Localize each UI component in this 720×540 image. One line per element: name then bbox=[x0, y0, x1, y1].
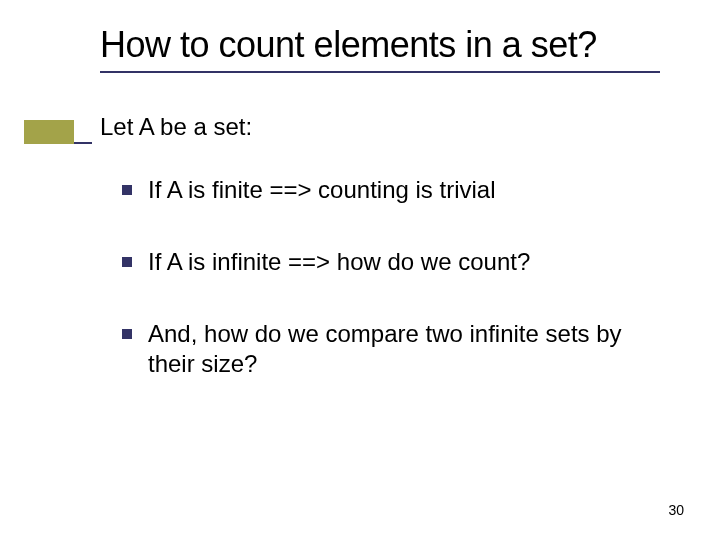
bullet-list: If A is finite ==> counting is trivial I… bbox=[122, 175, 660, 379]
square-bullet-icon bbox=[122, 329, 132, 339]
title-underline bbox=[100, 71, 660, 73]
intro-text: Let A be a set: bbox=[100, 113, 660, 141]
slide: How to count elements in a set? Let A be… bbox=[0, 0, 720, 540]
slide-title: How to count elements in a set? bbox=[100, 24, 660, 65]
bullet-text: If A is infinite ==> how do we count? bbox=[148, 247, 530, 277]
bullet-text: And, how do we compare two infinite sets… bbox=[148, 319, 660, 379]
accent-block bbox=[24, 120, 74, 144]
list-item: If A is finite ==> counting is trivial bbox=[122, 175, 660, 205]
list-item: If A is infinite ==> how do we count? bbox=[122, 247, 660, 277]
square-bullet-icon bbox=[122, 257, 132, 267]
content-area: Let A be a set: If A is finite ==> count… bbox=[100, 113, 660, 379]
square-bullet-icon bbox=[122, 185, 132, 195]
bullet-text: If A is finite ==> counting is trivial bbox=[148, 175, 496, 205]
page-number: 30 bbox=[668, 502, 684, 518]
title-block: How to count elements in a set? bbox=[100, 24, 660, 73]
list-item: And, how do we compare two infinite sets… bbox=[122, 319, 660, 379]
